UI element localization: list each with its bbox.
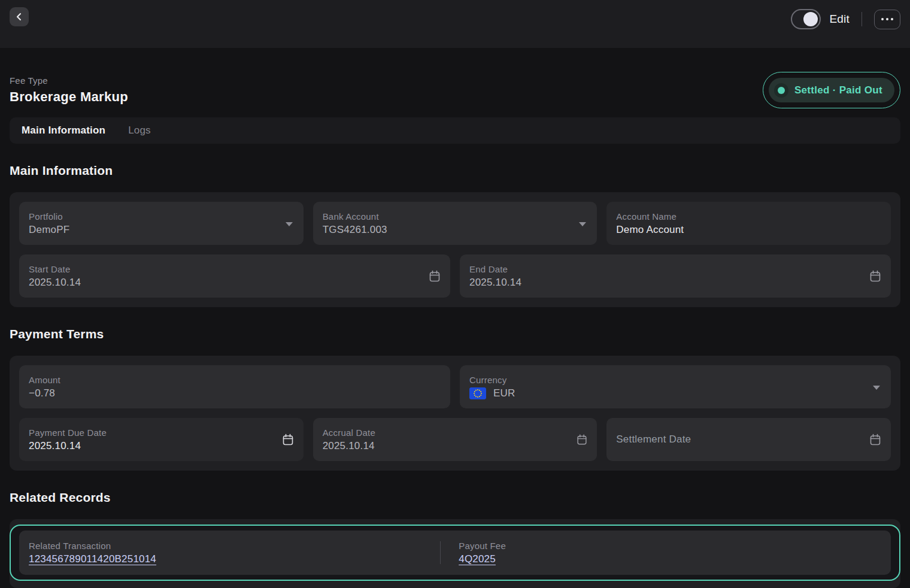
portfolio-field[interactable]: Portfolio DemoPF bbox=[19, 202, 304, 245]
payout-fee-field: Payout Fee 4Q2025 bbox=[441, 531, 891, 575]
edit-toggle[interactable] bbox=[791, 9, 821, 29]
tab-main-information[interactable]: Main Information bbox=[22, 125, 105, 137]
start-date-label: Start Date bbox=[29, 264, 424, 274]
chevron-down-icon bbox=[873, 386, 880, 390]
account-name-value: Demo Account bbox=[616, 224, 864, 236]
calendar-icon bbox=[868, 269, 882, 283]
edit-toggle-label: Edit bbox=[829, 13, 850, 26]
related-transaction-label: Related Transaction bbox=[29, 541, 430, 551]
more-options-button[interactable] bbox=[874, 10, 900, 29]
ellipsis-icon bbox=[881, 18, 884, 20]
portfolio-value: DemoPF bbox=[29, 224, 277, 236]
calendar-icon bbox=[427, 269, 442, 283]
payment-due-date-field[interactable]: Payment Due Date 2025.10.14 bbox=[19, 418, 304, 461]
related-transaction-link[interactable]: 123456789011420B251014 bbox=[29, 553, 156, 565]
tab-bar: Main Information Logs bbox=[10, 117, 900, 144]
toggle-knob bbox=[803, 12, 818, 26]
related-records-panel: Related Transaction 123456789011420B2510… bbox=[10, 519, 900, 588]
accrual-date-field[interactable]: Accrual Date 2025.10.14 bbox=[313, 418, 597, 461]
chevron-left-icon bbox=[14, 12, 24, 22]
calendar-icon bbox=[575, 433, 589, 446]
accrual-date-value: 2025.10.14 bbox=[323, 440, 571, 452]
portfolio-label: Portfolio bbox=[29, 211, 277, 222]
status-pill: Settled · Paid Out bbox=[769, 78, 894, 102]
page-title: Brokerage Markup bbox=[10, 89, 128, 105]
related-records-highlight-card: Related Transaction 123456789011420B2510… bbox=[10, 525, 900, 581]
status-dot-icon bbox=[778, 87, 785, 94]
main-information-heading: Main Information bbox=[10, 163, 900, 178]
currency-label: Currency bbox=[469, 375, 864, 385]
payment-terms-panel: Amount −0.78 Currency bbox=[10, 356, 900, 471]
related-records-card: Related Transaction 123456789011420B2510… bbox=[19, 531, 891, 575]
amount-value: −0.78 bbox=[29, 387, 424, 399]
currency-field[interactable]: Currency EUR bbox=[460, 365, 891, 408]
calendar-icon bbox=[281, 432, 295, 447]
bank-account-field[interactable]: Bank Account TGS4261.003 bbox=[313, 202, 597, 245]
account-name-label: Account Name bbox=[616, 211, 864, 222]
settlement-date-label: Settlement Date bbox=[616, 434, 864, 445]
amount-label: Amount bbox=[29, 375, 424, 385]
top-bar: Edit bbox=[0, 0, 910, 48]
status-dot-ring bbox=[774, 83, 788, 98]
payment-terms-heading: Payment Terms bbox=[10, 327, 900, 341]
end-date-label: End Date bbox=[469, 264, 864, 274]
currency-value: EUR bbox=[493, 387, 515, 399]
payment-due-date-label: Payment Due Date bbox=[29, 428, 277, 438]
payment-due-date-value: 2025.10.14 bbox=[29, 440, 277, 452]
chevron-down-icon bbox=[286, 222, 293, 226]
end-date-field[interactable]: End Date 2025.10.14 bbox=[460, 254, 891, 298]
main-information-panel: Portfolio DemoPF Bank Account TGS4261.00… bbox=[10, 192, 900, 307]
page-content: Fee Type Brokerage Markup Settled · Paid… bbox=[0, 72, 910, 588]
payout-fee-label: Payout Fee bbox=[459, 541, 873, 551]
bank-account-label: Bank Account bbox=[323, 211, 571, 222]
calendar-icon bbox=[868, 432, 882, 447]
eu-flag-icon bbox=[469, 387, 486, 399]
related-transaction-field: Related Transaction 123456789011420B2510… bbox=[19, 531, 440, 575]
start-date-value: 2025.10.14 bbox=[29, 277, 424, 289]
end-date-value: 2025.10.14 bbox=[469, 277, 864, 289]
fee-title-block: Fee Type Brokerage Markup bbox=[10, 75, 128, 105]
payout-fee-link[interactable]: 4Q2025 bbox=[459, 553, 496, 565]
accrual-date-label: Accrual Date bbox=[323, 428, 571, 438]
related-records-heading: Related Records bbox=[10, 490, 900, 505]
status-badge: Settled · Paid Out bbox=[763, 72, 900, 108]
start-date-field[interactable]: Start Date 2025.10.14 bbox=[19, 254, 450, 298]
fee-type-label: Fee Type bbox=[10, 75, 128, 86]
topbar-divider bbox=[862, 12, 862, 26]
settlement-date-field[interactable]: Settlement Date bbox=[606, 418, 891, 461]
account-name-field[interactable]: Account Name Demo Account bbox=[606, 202, 891, 245]
back-button[interactable] bbox=[10, 7, 29, 26]
amount-field[interactable]: Amount −0.78 bbox=[19, 365, 450, 408]
tab-logs[interactable]: Logs bbox=[128, 125, 151, 137]
status-badge-label: Settled · Paid Out bbox=[794, 84, 882, 96]
chevron-down-icon bbox=[579, 222, 586, 226]
bank-account-value: TGS4261.003 bbox=[323, 224, 571, 236]
